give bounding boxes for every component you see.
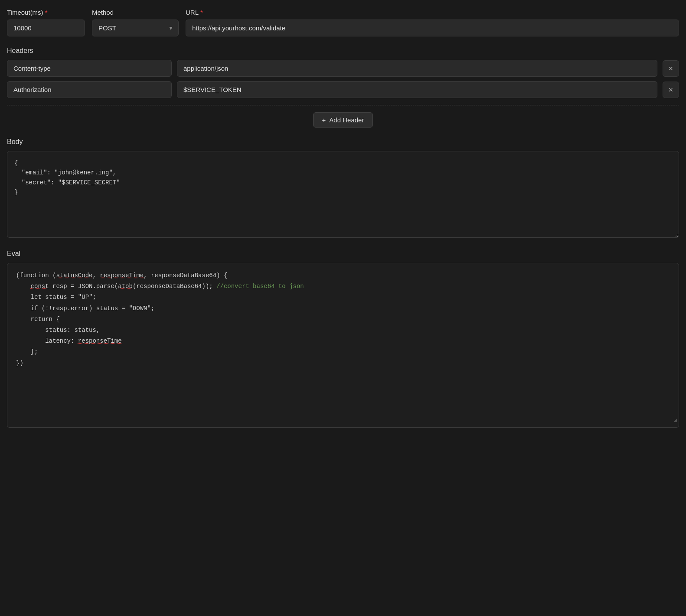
eval-line-7: return { xyxy=(16,314,670,325)
header-value-wrapper-1 xyxy=(177,60,657,77)
header-value-input-1[interactable] xyxy=(177,60,657,77)
close-icon-2: ✕ xyxy=(668,86,673,93)
body-label: Body xyxy=(7,138,679,146)
headers-section: Headers ✕ ✕ + Add Header xyxy=(7,47,679,128)
eval-section: Eval (function (statusCode, responseTime… xyxy=(7,250,679,428)
url-input[interactable] xyxy=(186,20,679,36)
header-value-input-2[interactable] xyxy=(177,81,657,98)
header-row-2: ✕ xyxy=(7,81,679,98)
eval-code-block: (function (statusCode, responseTime, res… xyxy=(7,263,679,428)
eval-line-10: }; xyxy=(16,347,670,357)
add-header-container: + Add Header xyxy=(7,105,679,128)
eval-line-9: latency: responseTime xyxy=(16,336,670,347)
remove-header-button-1[interactable]: ✕ xyxy=(663,60,679,77)
header-key-input-1[interactable] xyxy=(7,60,172,77)
eval-line-2: const resp = JSON.parse(atob(responseDat… xyxy=(16,281,670,292)
url-label: URL * xyxy=(186,9,679,16)
headers-label: Headers xyxy=(7,47,679,55)
eval-line-11: }) xyxy=(16,358,670,369)
body-section: Body { "email": "john@kener.ing", "secre… xyxy=(7,138,679,239)
url-required-star: * xyxy=(200,9,203,16)
method-select[interactable]: GET POST PUT DELETE PATCH xyxy=(92,20,179,36)
add-header-button[interactable]: + Add Header xyxy=(313,112,373,128)
resize-handle-icon: ◢ xyxy=(674,416,677,426)
header-key-wrapper-1 xyxy=(7,60,172,77)
method-label: Method xyxy=(92,9,179,16)
eval-line-8: status: status, xyxy=(16,325,670,336)
method-select-wrapper: GET POST PUT DELETE PATCH ▼ xyxy=(92,20,179,36)
eval-label: Eval xyxy=(7,250,679,258)
plus-icon: + xyxy=(322,116,326,124)
header-key-wrapper-2 xyxy=(7,81,172,98)
timeout-label: Timeout(ms) * xyxy=(7,9,85,16)
eval-line-4: let status = "UP"; xyxy=(16,292,670,303)
remove-header-button-2[interactable]: ✕ xyxy=(663,82,679,98)
header-value-wrapper-2 xyxy=(177,81,657,98)
timeout-input[interactable] xyxy=(7,20,85,36)
header-row-1: ✕ xyxy=(7,60,679,77)
top-fields-row: Timeout(ms) * Method GET POST PUT DELETE… xyxy=(7,9,679,36)
timeout-required-star: * xyxy=(45,9,48,16)
close-icon-1: ✕ xyxy=(668,65,673,72)
eval-line-5: if (!!resp.error) status = "DOWN"; xyxy=(16,303,670,314)
add-header-label: Add Header xyxy=(329,116,364,124)
url-group: URL * xyxy=(186,9,679,36)
body-textarea[interactable]: { "email": "john@kener.ing", "secret": "… xyxy=(7,151,679,238)
header-key-input-2[interactable] xyxy=(7,81,172,98)
timeout-group: Timeout(ms) * xyxy=(7,9,85,36)
method-group: Method GET POST PUT DELETE PATCH ▼ xyxy=(92,9,179,36)
eval-line-1: (function (statusCode, responseTime, res… xyxy=(16,270,670,281)
